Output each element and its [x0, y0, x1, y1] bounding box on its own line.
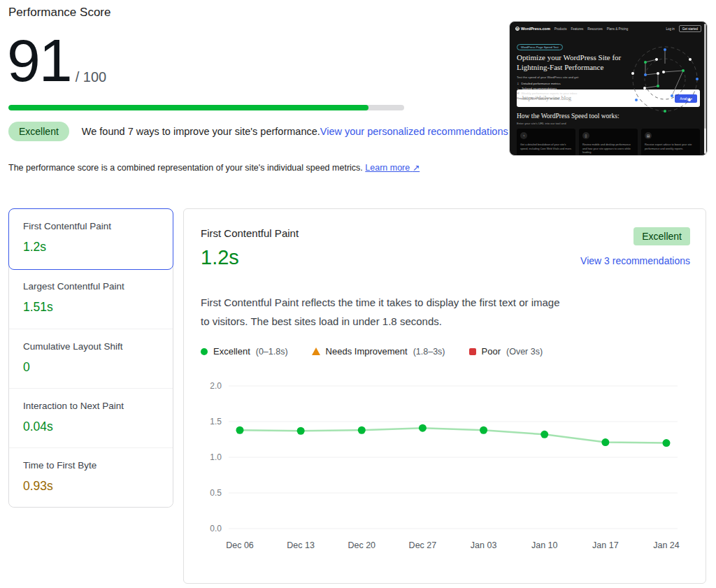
poor-square-icon — [469, 348, 476, 355]
score-progress-bar — [8, 105, 404, 110]
bullet-label: Tailored recommendations — [522, 86, 557, 91]
bullet-label: Weekly performance reports to your inbox — [522, 91, 578, 96]
sidebar-item-largest-contentful-paint[interactable]: Largest Contentful Paint 1.51s — [9, 269, 173, 329]
legend-label: Needs Improvement — [326, 346, 408, 357]
metric-value: 1.51s — [23, 300, 159, 315]
score-number: 91 — [7, 31, 71, 89]
sidebar-item-first-contentful-paint[interactable]: First Contentful Paint 1.2s — [8, 208, 173, 270]
brand-label: WordPress.com — [521, 27, 550, 31]
thumb-heading: Optimize your WordPress Site for Lightni… — [517, 53, 622, 73]
wordpress-logo: WWordPress.com — [515, 27, 550, 31]
svg-text:0.0: 0.0 — [210, 524, 222, 533]
thumb-topbar: WWordPress.com Products Features Resourc… — [510, 22, 707, 34]
metric-label: First Contentful Paint — [23, 221, 159, 231]
thumb-card-advice: ▤ Receive expert advice to boost your si… — [641, 129, 700, 156]
warning-triangle-icon — [312, 347, 320, 355]
thumb-speed-test-badge: WordPress Page Speed Test — [517, 44, 563, 50]
metric-value: 1.2s — [23, 240, 159, 254]
metric-label: Largest Contentful Paint — [23, 281, 159, 292]
metric-description: First Contentful Paint reflects the time… — [201, 293, 566, 331]
card-text: Get a detailed breakdown of your site's … — [520, 143, 572, 151]
svg-text:Dec 20: Dec 20 — [348, 540, 375, 550]
metric-label: Cumulative Layout Shift — [23, 341, 159, 352]
legend-poor: Poor (Over 3s) — [469, 346, 543, 357]
sidebar-item-time-to-first-byte[interactable]: Time to First Byte 0.93s — [9, 447, 173, 507]
legend-label: Excellent — [213, 346, 250, 357]
score-footnote: The performance score is a combined repr… — [8, 162, 420, 173]
metrics-icon: ↧ — [517, 81, 520, 86]
thumb-hero: WordPress Page Speed Test Optimize your … — [510, 34, 707, 85]
status-badge: Excellent — [8, 122, 69, 141]
metric-value: 0.04s — [23, 420, 159, 434]
thumb-how-subtext: Enter your site's URL into our tool and — [517, 122, 700, 125]
card-text: Receive expert advice to boost your site… — [645, 143, 696, 151]
report-icon: ▤ — [645, 132, 652, 139]
legend-range: (Over 3s) — [506, 347, 543, 357]
svg-text:Jan 10: Jan 10 — [531, 540, 558, 550]
status-message: We found 7 ways to improve your site's p… — [82, 126, 320, 137]
thumb-scrollbar-thumb — [704, 24, 706, 129]
fcp-trend-chart[interactable]: 0.00.51.01.52.0Dec 06Dec 13Dec 20Dec 27J… — [194, 376, 690, 561]
thumb-cards: ◔ Get a detailed breakdown of your site'… — [517, 129, 700, 156]
page-title: Performance Score — [8, 6, 110, 20]
card-text: Review mobile and desktop performance an… — [582, 143, 634, 155]
thumb-nav-plans: Plans & Pricing — [607, 27, 629, 31]
metric-value: 0 — [23, 360, 159, 375]
svg-text:Dec 27: Dec 27 — [409, 540, 437, 550]
svg-text:Jan 24: Jan 24 — [653, 540, 680, 550]
legend-range: (1.8–3s) — [413, 347, 445, 357]
svg-text:2.0: 2.0 — [210, 381, 222, 391]
speed-test-page-thumbnail: WWordPress.com Products Features Resourc… — [509, 21, 708, 156]
metric-detail-title: First Contentful Paint — [201, 227, 299, 239]
svg-text:1.5: 1.5 — [210, 417, 222, 426]
thumb-nav-products: Products — [554, 27, 567, 31]
footnote-text: The performance score is a combined repr… — [8, 163, 363, 173]
learn-more-link[interactable]: Learn more ↗ — [365, 163, 420, 173]
personalized-recommendations-link[interactable]: View your personalized recommendations — [320, 126, 508, 137]
envelope-icon: ✉ — [517, 91, 520, 96]
wordpress-w-icon: W — [515, 27, 520, 31]
learn-more-label: Learn more — [365, 163, 410, 173]
metric-label: Interaction to Next Paint — [23, 401, 159, 411]
legend-needs-improvement: Needs Improvement (1.8–3s) — [312, 346, 445, 357]
metric-detail-value: 1.2s — [201, 246, 299, 269]
score-denominator: / 100 — [76, 69, 106, 85]
thumb-get-started-button: Get started — [679, 25, 701, 32]
svg-text:Dec 06: Dec 06 — [226, 540, 254, 550]
thumb-nav-features: Features — [571, 27, 584, 31]
svg-text:0.5: 0.5 — [210, 488, 222, 498]
chart-legend: Excellent (0–1.8s) Needs Improvement (1.… — [201, 346, 690, 357]
performance-score: 91 / 100 — [7, 31, 106, 89]
svg-text:Jan 03: Jan 03 — [471, 540, 497, 550]
metric-detail-panel: First Contentful Paint 1.2s Excellent Vi… — [183, 208, 706, 584]
bullet-label: Detailed performance metrics — [522, 81, 561, 86]
thumb-login: Log in — [666, 27, 674, 31]
thumb-how-section: How the WordPress Speed tool works: Ente… — [510, 107, 707, 156]
metric-value: 0.93s — [23, 479, 159, 494]
metric-tab-list: First Contentful Paint 1.2s Largest Cont… — [8, 208, 173, 508]
sidebar-item-cumulative-layout-shift[interactable]: Cumulative Layout Shift 0 — [9, 329, 173, 388]
thumb-nav-resources: Resources — [587, 27, 603, 31]
view-recommendations-link[interactable]: View 3 recommendations — [580, 255, 690, 266]
svg-text:Jan 17: Jan 17 — [592, 540, 619, 550]
svg-text:Dec 13: Dec 13 — [287, 540, 315, 550]
svg-text:1.0: 1.0 — [210, 452, 222, 462]
speedometer-icon: ◔ — [520, 132, 527, 139]
metric-label: Time to First Byte — [23, 460, 159, 471]
score-progress-fill — [8, 105, 368, 110]
metric-status-badge: Excellent — [633, 227, 690, 245]
thumb-card-devices: ▯ Review mobile and desktop performance … — [579, 129, 638, 156]
excellent-circle-icon — [201, 348, 208, 355]
lightbulb-icon: ☼ — [517, 86, 520, 91]
mobile-icon: ▯ — [582, 132, 589, 139]
external-link-icon: ↗ — [413, 163, 420, 173]
sidebar-item-interaction-to-next-paint[interactable]: Interaction to Next Paint 0.04s — [9, 388, 173, 447]
legend-range: (0–1.8s) — [256, 347, 288, 357]
thumb-card-breakdown: ◔ Get a detailed breakdown of your site'… — [517, 129, 575, 156]
legend-excellent: Excellent (0–1.8s) — [201, 346, 288, 357]
speed-constellation-graphic — [622, 44, 704, 114]
status-row: Excellent We found 7 ways to improve you… — [8, 122, 508, 141]
thumb-scrollbar — [704, 24, 706, 154]
legend-label: Poor — [482, 346, 501, 357]
